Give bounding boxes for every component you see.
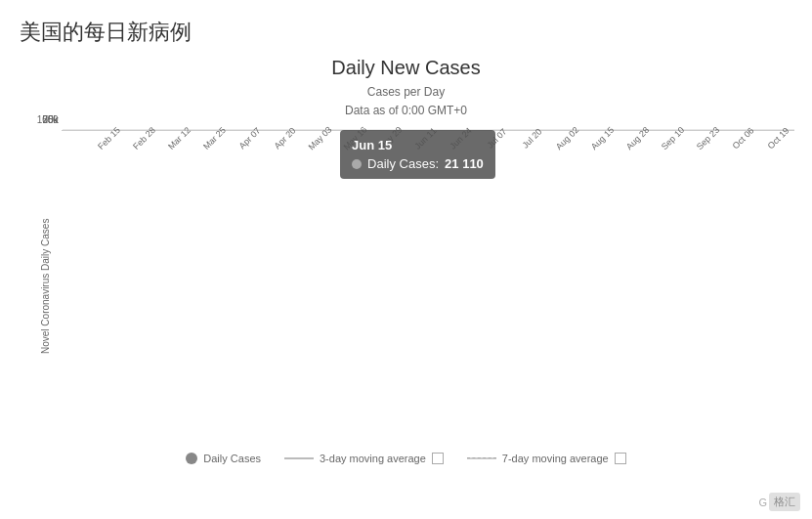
watermark-text: 格汇 [769, 493, 800, 511]
legend-label-3day: 3-day moving average [320, 453, 426, 464]
chart-legend: Daily Cases 3-day moving average 7-day m… [186, 453, 625, 464]
legend-daily-cases: Daily Cases [186, 453, 261, 464]
y-axis-label: Novel Coronavirus Daily Cases [40, 130, 58, 443]
legend-dot-daily [186, 453, 197, 464]
legend-checkbox-7day[interactable] [615, 453, 626, 464]
watermark: G 格汇 [758, 493, 800, 511]
y-tick-100k: 100k [37, 114, 59, 125]
legend-label-7day: 7-day moving average [502, 453, 609, 464]
legend-7day: 7-day moving average [467, 453, 626, 464]
tooltip-dot [352, 159, 362, 169]
legend-line-3day [284, 457, 314, 459]
tooltip-value: 21 110 [445, 156, 484, 171]
chart-subtitle: Cases per Day Data as of 0:00 GMT+0 [345, 83, 467, 120]
page-title: 美国的每日新病例 [0, 0, 812, 57]
tooltip-label: Daily Cases: [367, 156, 439, 171]
legend-label-daily: Daily Cases [203, 453, 261, 464]
legend-3day: 3-day moving average [284, 453, 444, 464]
chart-title: Daily New Cases [331, 57, 480, 79]
legend-line-7day [467, 457, 496, 459]
legend-checkbox-3day[interactable] [432, 453, 444, 464]
